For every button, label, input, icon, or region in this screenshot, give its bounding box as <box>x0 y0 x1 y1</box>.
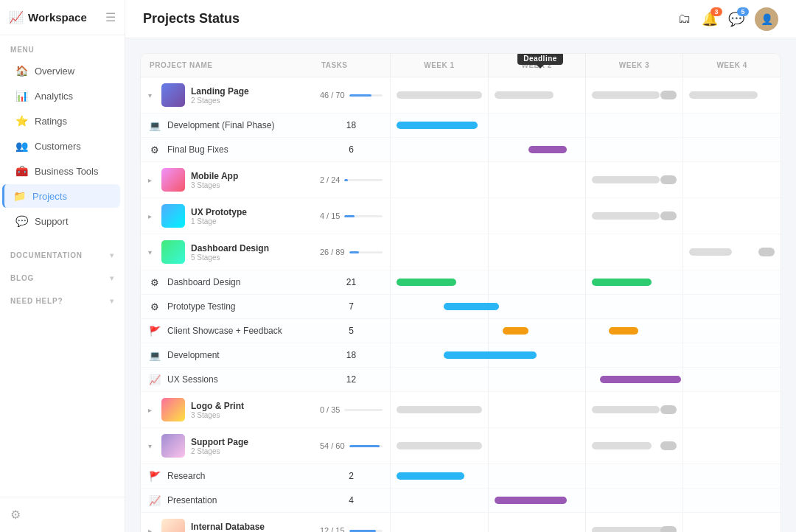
gantt-cell <box>585 319 682 343</box>
gantt-bar-gray <box>495 91 554 99</box>
gantt-cell <box>585 295 682 319</box>
sidebar-item-analytics[interactable]: 📊 Analytics <box>4 84 120 108</box>
gantt-table: PROJECT NAME TASKS WEEK 1 WEEK 2 Deadlin… <box>141 54 781 532</box>
project-label: Logo & Print <box>191 401 244 411</box>
notifications-icon[interactable]: 🔔 3 <box>702 11 718 27</box>
table-row: ▾Support Page2 Stages54 / 60 <box>141 428 781 464</box>
toggle-switch[interactable] <box>660 175 677 184</box>
toggle-switch[interactable] <box>660 526 677 532</box>
gantt-bar <box>528 146 567 153</box>
gantt-cell <box>391 138 488 162</box>
gantt-cell <box>488 234 585 270</box>
gantt-cell <box>391 464 488 489</box>
col-week4-header: WEEK 4 <box>683 54 781 77</box>
table-row: ▸Internal Database1 Stage12 / 15 <box>141 513 781 533</box>
sub-project-label: Final Bug Fixes <box>167 144 228 155</box>
sub-project-name-cell: 🚩Research <box>141 464 313 489</box>
toggle-switch[interactable] <box>660 91 677 99</box>
gantt-cell <box>585 270 682 295</box>
toggle-switch[interactable] <box>758 248 775 256</box>
sidebar-header: 📈 Workspace ☰ <box>0 0 125 35</box>
gantt-bar-gray <box>689 248 732 256</box>
expand-arrow[interactable]: ▸ <box>148 527 156 533</box>
gantt-bar <box>609 327 638 335</box>
sub-project-label: Dashboard Design <box>167 277 240 287</box>
sidebar-item-customers[interactable]: 👥 Customers <box>4 134 120 158</box>
expand-arrow[interactable]: ▾ <box>148 91 156 99</box>
expand-arrow[interactable]: ▾ <box>148 442 156 450</box>
gantt-cell <box>391 234 488 270</box>
archive-icon[interactable]: 🗂 <box>678 11 691 27</box>
sub-project-name-cell: 📈Presentation <box>141 489 313 513</box>
expand-arrow[interactable]: ▸ <box>148 212 156 220</box>
hamburger-icon[interactable]: ☰ <box>105 10 116 24</box>
gantt-cell <box>683 295 781 319</box>
gantt-cell <box>488 270 585 295</box>
tools-icon: 🧰 <box>15 165 28 177</box>
sidebar-item-ratings[interactable]: ⭐ Ratings <box>4 109 120 133</box>
gantt-cell <box>391 198 488 234</box>
table-row: ⚙Prototype Testing7 <box>141 295 781 319</box>
expand-arrow[interactable]: ▸ <box>148 406 156 414</box>
sub-row-icon: ⚙ <box>148 144 161 155</box>
gantt-cell <box>585 113 682 138</box>
home-icon: 🏠 <box>15 65 28 77</box>
blog-section-label: BLOG ▾ <box>0 264 125 287</box>
project-label: Dashboard Design <box>191 243 269 253</box>
toggle-switch[interactable] <box>660 405 677 414</box>
sub-tasks-count: 12 <box>313 368 391 392</box>
gantt-cell-gray <box>391 392 488 428</box>
messages-badge: 5 <box>737 7 749 16</box>
gantt-cell <box>391 113 488 138</box>
user-avatar[interactable]: 👤 <box>755 7 778 31</box>
col-week2-header: WEEK 2 Deadline <box>488 54 585 77</box>
expand-arrow[interactable]: ▸ <box>148 176 156 184</box>
gantt-cell <box>391 513 488 533</box>
sidebar-item-overview[interactable]: 🏠 Overview <box>4 59 120 83</box>
stage-badge: 2 Stages <box>191 447 248 455</box>
messages-icon[interactable]: 💬 5 <box>728 11 744 27</box>
sub-tasks-count: 18 <box>313 113 391 138</box>
stage-badge: 1 Stage <box>191 217 247 225</box>
toggle-switch[interactable] <box>660 441 677 450</box>
expand-arrow[interactable]: ▾ <box>148 248 156 256</box>
sidebar-item-business-tools[interactable]: 🧰 Business Tools <box>4 159 120 183</box>
table-row: ▾Landing Page2 Stages46 / 70 <box>141 77 781 113</box>
gantt-cell <box>391 489 488 513</box>
gantt-cell <box>683 513 781 533</box>
toggle-switch[interactable] <box>660 211 677 220</box>
sidebar-item-projects[interactable]: 📁 Projects <box>2 184 120 208</box>
gantt-cell <box>683 319 781 343</box>
sidebar-item-label: Overview <box>35 66 74 77</box>
tasks-cell: 4 / 15 <box>313 198 391 234</box>
gantt-cell <box>488 162 585 198</box>
gantt-cell <box>391 368 488 392</box>
sidebar-item-label: Support <box>35 216 69 227</box>
progress-fill <box>349 530 377 532</box>
gantt-cell <box>488 113 585 138</box>
sidebar-bottom: ⚙ <box>0 497 125 532</box>
gantt-bar <box>397 472 464 480</box>
progress-fill <box>349 445 380 447</box>
gantt-cell <box>488 464 585 489</box>
gantt-cell-gray <box>585 77 682 113</box>
gantt-cell <box>683 162 781 198</box>
project-thumb <box>161 168 185 192</box>
sidebar-item-support[interactable]: 💬 Support <box>4 209 120 233</box>
gantt-cell <box>488 392 585 428</box>
sidebar-item-label: Ratings <box>35 116 67 127</box>
sub-tasks-count: 5 <box>313 319 391 343</box>
sub-row-icon: 🚩 <box>148 326 161 337</box>
sub-project-name-cell: ⚙Prototype Testing <box>141 295 313 319</box>
table-row: ▸UX Prototype1 Stage4 / 15 <box>141 198 781 234</box>
gantt-cell <box>683 368 781 392</box>
gantt-cell <box>391 319 488 343</box>
gantt-bar <box>397 122 478 129</box>
project-label: Landing Page <box>191 86 249 97</box>
sub-project-label: Presentation <box>167 495 217 505</box>
settings-icon[interactable]: ⚙ <box>10 508 21 521</box>
gantt-bar <box>444 303 499 310</box>
workspace-label: Workspace <box>28 11 87 24</box>
gantt-bar <box>600 376 681 383</box>
sub-project-label: Research <box>167 471 205 481</box>
